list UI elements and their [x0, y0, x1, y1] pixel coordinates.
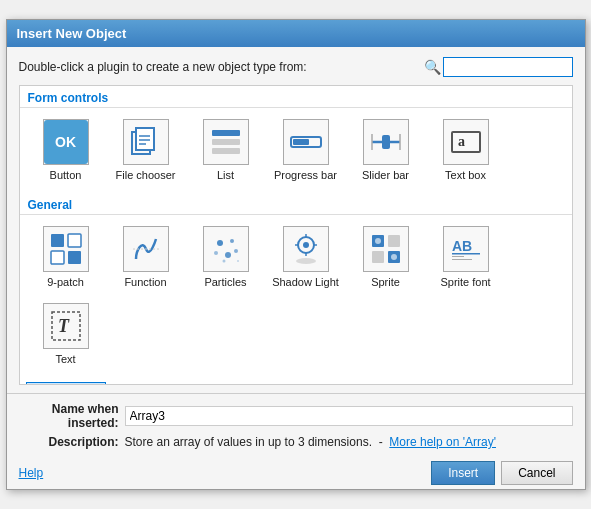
help-link[interactable]: Help	[19, 466, 44, 480]
item-sprite-font[interactable]: AB Sprite font	[426, 219, 506, 296]
particles-label: Particles	[204, 276, 246, 289]
item-slider-bar[interactable]: Slider bar	[346, 112, 426, 189]
item-text-box[interactable]: a Text box	[426, 112, 506, 189]
file-chooser-icon	[123, 119, 169, 165]
item-file-chooser[interactable]: File chooser	[106, 112, 186, 189]
svg-rect-1	[136, 128, 154, 150]
buttons-right: Insert Cancel	[431, 461, 572, 485]
slider-bar-icon	[363, 119, 409, 165]
button-icon: OK	[43, 119, 89, 165]
function-label: Function	[124, 276, 166, 289]
function-svg	[128, 231, 164, 267]
text-box-icon: a	[443, 119, 489, 165]
svg-text:T: T	[58, 316, 70, 336]
sprite-font-icon: AB	[443, 226, 489, 272]
particles-svg	[208, 231, 244, 267]
svg-point-20	[217, 240, 223, 246]
item-tiled-background[interactable]: Tiled Background	[26, 382, 106, 385]
ok-icon: OK	[44, 120, 88, 164]
filechooser-svg	[128, 124, 164, 160]
particles-icon	[203, 226, 249, 272]
name-row: Name when inserted:	[19, 402, 573, 430]
svg-point-21	[230, 239, 234, 243]
slider-bar-label: Slider bar	[362, 169, 409, 182]
sprite-font-label: Sprite font	[440, 276, 490, 289]
textbox-svg: a	[448, 124, 484, 160]
svg-rect-35	[388, 235, 400, 247]
item-progress-bar[interactable]: Progress bar	[266, 112, 346, 189]
shadow-light-label: Shadow Light	[272, 276, 339, 289]
svg-rect-5	[212, 130, 240, 136]
function-icon	[123, 226, 169, 272]
item-tilemap[interactable]: + Tilemap	[106, 382, 186, 385]
item-list[interactable]: List	[186, 112, 266, 189]
plugin-scroll-area[interactable]: Form controls OK Button	[19, 85, 573, 385]
cancel-button[interactable]: Cancel	[501, 461, 572, 485]
sprite-label: Sprite	[371, 276, 400, 289]
search-icon: 🔍	[424, 59, 441, 75]
progressbar-svg	[288, 124, 324, 160]
item-shadow-light[interactable]: Shadow Light	[266, 219, 346, 296]
svg-rect-42	[452, 256, 464, 257]
sliderbar-svg	[368, 124, 404, 160]
ninepatch-label: 9-patch	[47, 276, 84, 289]
desc-label: Description:	[19, 435, 119, 449]
list-svg	[208, 124, 244, 160]
item-particles[interactable]: Particles	[186, 219, 266, 296]
insert-button[interactable]: Insert	[431, 461, 495, 485]
search-input[interactable]	[443, 57, 573, 77]
sprite-svg	[368, 231, 404, 267]
item-function[interactable]: Function	[106, 219, 186, 296]
svg-rect-18	[51, 251, 64, 264]
ninepatch-svg	[48, 231, 84, 267]
list-icon	[203, 119, 249, 165]
svg-rect-9	[293, 139, 309, 145]
item-sprite[interactable]: Sprite	[346, 219, 426, 296]
svg-rect-19	[68, 251, 81, 264]
shadowlight-svg	[288, 231, 324, 267]
shadow-light-icon	[283, 226, 329, 272]
dialog-body: Double-click a plugin to create a new ob…	[7, 47, 585, 393]
form-controls-grid: OK Button File chooser	[20, 108, 572, 193]
progress-bar-icon	[283, 119, 329, 165]
list-label: List	[217, 169, 234, 182]
general2-grid: Tiled Background + Tilemap	[20, 378, 572, 385]
instruction-row: Double-click a plugin to create a new ob…	[19, 57, 573, 77]
general-grid: 9-patch Function	[20, 215, 572, 377]
svg-rect-7	[212, 148, 240, 154]
item-text[interactable]: T Text	[26, 296, 106, 373]
text-icon: T	[43, 303, 89, 349]
svg-point-38	[375, 238, 381, 244]
text-box-label: Text box	[445, 169, 486, 182]
sprite-icon	[363, 226, 409, 272]
svg-point-26	[237, 260, 239, 262]
progress-bar-label: Progress bar	[274, 169, 337, 182]
svg-text:AB: AB	[452, 238, 472, 254]
svg-point-25	[222, 260, 225, 263]
bottom-section: Name when inserted: Description: Store a…	[7, 393, 585, 489]
svg-point-22	[214, 251, 218, 255]
search-wrap: 🔍	[424, 57, 573, 77]
name-input[interactable]	[125, 406, 573, 426]
svg-rect-14	[452, 132, 480, 152]
svg-rect-16	[51, 234, 64, 247]
svg-point-24	[234, 249, 238, 253]
svg-rect-17	[68, 234, 81, 247]
name-label: Name when inserted:	[19, 402, 119, 430]
section-form-controls: Form controls	[20, 86, 572, 108]
file-chooser-label: File chooser	[116, 169, 176, 182]
svg-point-33	[296, 258, 316, 264]
item-9patch[interactable]: 9-patch	[26, 219, 106, 296]
svg-rect-6	[212, 139, 240, 145]
desc-value: Store an array of values in up to 3 dime…	[125, 435, 573, 449]
item-button[interactable]: OK Button	[26, 112, 106, 189]
ninepatch-icon	[43, 226, 89, 272]
more-help-link[interactable]: More help on 'Array'	[389, 435, 496, 449]
instruction-text: Double-click a plugin to create a new ob…	[19, 60, 418, 74]
text-svg: T	[48, 308, 84, 344]
spritefont-svg: AB	[448, 231, 484, 267]
desc-row: Description: Store an array of values in…	[19, 435, 573, 449]
title-bar: Insert New Object	[7, 20, 585, 47]
svg-text:a: a	[458, 134, 465, 149]
svg-point-28	[303, 242, 309, 248]
